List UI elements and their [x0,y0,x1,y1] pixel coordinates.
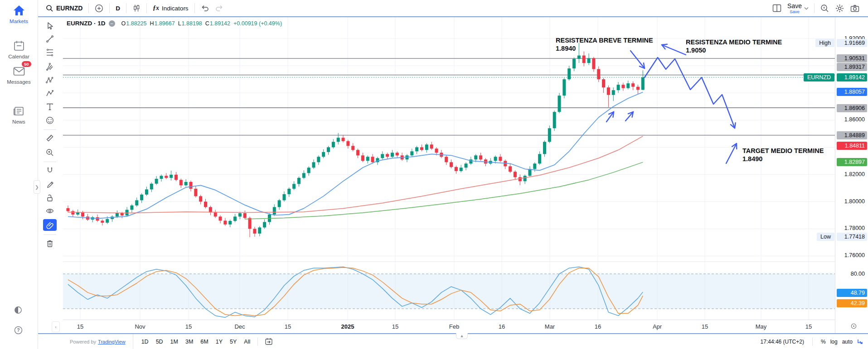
sidebar-item-markets[interactable]: Markets [0,4,38,24]
zoom-in-tool[interactable] [43,147,57,158]
trend-line-tool[interactable] [43,33,57,45]
range-button-1m[interactable]: 1M [167,337,182,346]
range-button-5d[interactable]: 5D [152,337,167,346]
range-button-all[interactable]: All [240,337,254,346]
tradingview-app: ? MarketsCalendar50MessagesNews EURNZD D [0,0,868,349]
range-button-1y[interactable]: 1Y [212,337,226,346]
annotation-text[interactable]: TARGET MEDIO TERMINE1.8490 [742,147,824,163]
text-tool[interactable] [43,101,57,113]
chart-style-button[interactable] [129,3,144,14]
range-button-1d[interactable]: 1D [138,337,152,346]
auto-scale-toggle[interactable]: auto [842,339,853,345]
remove-all-tool[interactable] [43,238,57,249]
price-label: 42.39 [837,299,867,307]
save-button[interactable]: Save Save [785,2,811,15]
price-axis[interactable]: 1.920001.91669High1.905311.893171.89142E… [835,17,868,333]
legend-ohlc: O1.88225H1.89667L1.88198C1.89142+0.00919… [118,20,282,27]
time-label: 15 [392,323,398,330]
interval-label: D [116,5,120,12]
fib-retracement-tool[interactable] [43,47,57,58]
theme-contrast-icon[interactable] [11,306,25,314]
sidebar-item-label: Messages [7,79,30,85]
annotation-text[interactable]: RESISTENZA MEDIO TERMINE1.9050 [686,38,782,55]
range-buttons: 1D5D1M3M6M1Y5YAll [138,337,254,346]
time-label: Dec [234,323,245,330]
top-toolbar: EURNZD D ƒx Indicators [38,0,868,16]
quick-search-button[interactable] [817,3,832,14]
price-label: 1.89317 [837,63,867,71]
annotation-arrow [726,143,737,163]
symbol-search-button[interactable]: EURNZD [43,3,86,14]
log-scale-toggle[interactable]: log [830,339,838,345]
cursor-tool-icon [45,21,54,30]
draw-tool[interactable] [43,178,57,190]
elliott-wave-tool-icon [45,89,54,98]
sidebar-item-news[interactable]: News [0,104,38,124]
percent-scale-toggle[interactable]: % [821,339,826,345]
ohlc-letter: O [121,20,126,27]
fx-icon: ƒx [153,5,159,12]
series-price-tag: EURNZD [804,73,834,81]
ma-slow-line[interactable] [245,162,643,219]
chart-legend[interactable]: EURNZD · 1D – O1.88225H1.89667L1.88198C1… [67,20,282,27]
price-label: 1.88057 [837,88,867,96]
settings-button[interactable] [832,3,847,14]
layout-button[interactable] [769,3,785,14]
toolbar-expand-arrow[interactable]: ❯ [34,180,40,194]
range-button-6m[interactable]: 6M [197,337,212,346]
price-label: 1.89142 [837,73,867,81]
chart-area[interactable]: EURNZD · 1D – O1.88225H1.89667L1.88198C1… [63,17,868,333]
help-icon[interactable]: ? [11,326,25,335]
lock-all-tool[interactable] [43,192,57,204]
undo-button[interactable] [198,3,212,13]
emoji-tool[interactable] [43,115,57,126]
tradingview-link[interactable]: TradingView [98,339,126,344]
price-axis-settings-icon[interactable] [850,323,857,330]
ma-fast-line[interactable] [68,92,643,219]
price-label: 1.84889 [837,131,867,139]
calendar-icon [13,39,25,53]
measure-tool-icon [45,134,54,143]
bottom-toolbar: ▲ Powered by TradingView 1D5D1M3M6M1Y5YA… [38,333,868,349]
sidebar-item-messages[interactable]: 50Messages [0,64,38,85]
measure-tool[interactable] [43,132,57,144]
time-label: May [756,323,767,330]
snapshot-button[interactable] [847,3,863,14]
magnet-tool[interactable] [43,164,57,176]
redo-button[interactable] [212,3,227,13]
xabcd-pattern-tool[interactable] [43,74,57,86]
indicators-button[interactable]: ƒx Indicators [150,3,192,13]
text-tool-icon [45,102,54,111]
hide-all-tool[interactable] [43,205,57,217]
chart-canvas[interactable] [63,17,836,320]
compare-add-button[interactable] [92,3,107,14]
annotation-text[interactable]: RESISTENZA BREVE TERMINE1.8940 [556,36,653,53]
clock-label[interactable]: 17:44:46 (UTC+2) [761,339,804,345]
interval-button[interactable]: D [112,4,123,13]
pitchfork-tool[interactable] [43,61,57,72]
draw-tool-icon [45,180,54,189]
toolbar-group-separator [44,162,56,162]
magnet-tool-icon [45,166,54,175]
ohlc-value: 1.88225 [126,20,146,27]
sidebar-item-calendar[interactable]: Calendar [0,39,38,59]
ohlc-value: 1.89142 [210,20,230,27]
go-to-date-button[interactable] [262,336,276,347]
pane-expand-chevron[interactable]: ▲ [456,333,468,339]
time-axis[interactable]: 15Nov15Dec15202515Feb16Mar16Apr15May15 [63,320,836,334]
range-button-3m[interactable]: 3M [182,337,197,346]
sync-drawings-tool[interactable] [43,219,57,231]
time-label: Nov [135,323,145,330]
save-label: Save [787,3,802,9]
chart-workspace: ❯ ‹ EURNZD · 1D – O1.88225H1.89667L1.881… [38,16,868,333]
cursor-tool[interactable] [43,20,57,32]
plus-circle-icon [95,4,103,13]
left-nav: ? MarketsCalendar50MessagesNews [0,0,38,349]
candlestick-series[interactable] [67,43,645,237]
camera-icon [850,5,859,12]
maximize-axis-icon[interactable] [857,339,863,344]
range-button-5y[interactable]: 5Y [226,337,240,346]
toolbar-collapse-arrow[interactable]: ‹ [52,321,60,332]
elliott-wave-tool[interactable] [43,87,57,99]
price-label: 1.77418 [837,233,867,241]
